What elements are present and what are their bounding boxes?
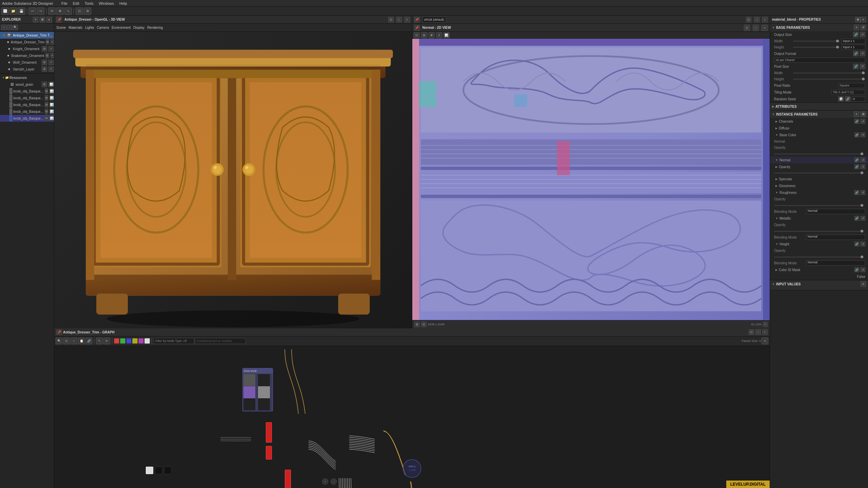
- new-button[interactable]: ⬜: [1, 7, 9, 15]
- view-2d-canvas[interactable]: [412, 39, 770, 320]
- item-settings[interactable]: ⚙: [42, 60, 47, 65]
- zoom-fit-button[interactable]: ⊡: [76, 7, 83, 15]
- view2d-picker[interactable]: ✥: [429, 32, 435, 38]
- view2d-chart[interactable]: 📊: [443, 32, 450, 38]
- instance-params-header[interactable]: ▼ INSTANCE PARAMETERS + ⚙: [770, 110, 868, 118]
- roughness-row[interactable]: ▼ Roughness 🔗 ↺: [770, 189, 868, 196]
- graph-float[interactable]: ⊡: [749, 329, 754, 335]
- roughness-blending-dropdown[interactable]: Normal: [806, 209, 865, 214]
- base-color-link[interactable]: 🔗: [854, 133, 859, 137]
- zoom-in[interactable]: ⊞: [414, 322, 420, 327]
- item-chart[interactable]: 📊: [50, 102, 54, 107]
- base-params-add[interactable]: +: [854, 25, 859, 30]
- tiling-val[interactable]: Tile X and Y (1): [831, 90, 865, 95]
- opacity-track[interactable]: [774, 172, 864, 174]
- roughness-link[interactable]: 🔗: [854, 190, 859, 195]
- node-door-knob[interactable]: Door knob: [242, 368, 273, 411]
- color-filter-green[interactable]: [120, 338, 125, 344]
- explorer-close-btn[interactable]: ×: [46, 17, 52, 22]
- item-add[interactable]: +: [48, 60, 54, 65]
- output-size-reset[interactable]: ↺: [860, 32, 865, 37]
- red-node-1[interactable]: [266, 422, 272, 443]
- menu-file[interactable]: File: [61, 1, 67, 5]
- color-filter-blue[interactable]: [126, 338, 132, 344]
- height-link[interactable]: 🔗: [854, 242, 859, 246]
- inst-settings[interactable]: ⚙: [861, 111, 866, 117]
- graph-tb1[interactable]: 🔍: [56, 338, 62, 344]
- format-val[interactable]: 16 per Chanel: [774, 58, 865, 63]
- input-vals-expand[interactable]: ⤢: [861, 281, 866, 287]
- tree-item-knob3[interactable]: knob_obj_Basque... ⚙ 📊: [0, 101, 54, 108]
- graph-canvas[interactable]: Door knob: [54, 346, 770, 488]
- opacity-slider[interactable]: [774, 154, 864, 155]
- pixel-width-slider[interactable]: [793, 73, 865, 74]
- roughness-reset[interactable]: ↺: [861, 190, 865, 195]
- graph-zoom-in[interactable]: +: [322, 479, 328, 485]
- specular-row[interactable]: ▶ Specular: [770, 176, 868, 182]
- base-params-reset[interactable]: ↺: [861, 25, 866, 30]
- undo-button[interactable]: ↩: [29, 7, 36, 15]
- item-chart[interactable]: 📊: [50, 95, 54, 101]
- height-value[interactable]: Input x 1: [842, 45, 865, 50]
- base-color-row[interactable]: ▼ Base Color 🔗 ↺: [770, 131, 868, 138]
- channels-reset[interactable]: ↺: [861, 119, 865, 124]
- explorer-add-btn[interactable]: +: [33, 17, 38, 22]
- menu-tools[interactable]: Tools: [85, 1, 94, 5]
- tree-item-wood[interactable]: 🖼 wood_grain ⚙ 📊: [0, 81, 54, 88]
- opacity-row[interactable]: ▶ Opacity 🔗 ↺: [770, 163, 868, 170]
- random-seed-val[interactable]: 0: [852, 97, 865, 102]
- normal-row[interactable]: ▼ Normal 🔗 ↺: [770, 157, 868, 163]
- item-settings[interactable]: ⚙: [45, 95, 48, 101]
- view3d-float[interactable]: ⊡: [388, 17, 394, 22]
- tree-item-varnish[interactable]: ■ Varnish_Layer ⚙ +: [0, 66, 54, 73]
- metallic-row[interactable]: ▼ Metallic 🔗 ↺: [770, 215, 868, 222]
- view2d-float[interactable]: ⊡: [746, 17, 751, 22]
- height-blending-dropdown[interactable]: Normal: [806, 260, 865, 266]
- open-button[interactable]: 📁: [9, 7, 17, 15]
- item-settings[interactable]: ⚙: [42, 82, 47, 87]
- output-size-link[interactable]: 🔗: [853, 32, 859, 37]
- zoom-out[interactable]: ⊟: [421, 322, 427, 327]
- item-settings[interactable]: ⚙: [45, 116, 48, 121]
- metallic-link[interactable]: 🔗: [854, 216, 859, 221]
- red-node-2[interactable]: [266, 446, 272, 460]
- item-chart[interactable]: 📊: [50, 109, 54, 114]
- nav-scene[interactable]: Scene: [56, 26, 66, 29]
- view3d-pin[interactable]: 📌: [56, 17, 62, 22]
- graph-max[interactable]: □: [755, 329, 761, 335]
- view-3d-canvas[interactable]: [54, 32, 412, 328]
- pixel-reset[interactable]: ↺: [860, 64, 865, 69]
- view3d-max[interactable]: □: [396, 17, 402, 22]
- color-id-reset[interactable]: ↺: [861, 267, 865, 272]
- tree-item-antique-dresser-trim[interactable]: ▼ 📦 Antique_Dresser_Trim T...: [0, 32, 54, 39]
- graph-tb2[interactable]: ⊡: [63, 338, 70, 344]
- view2d-pin[interactable]: 📌: [414, 17, 420, 22]
- roughness-slider[interactable]: [774, 205, 864, 206]
- nav-lights[interactable]: Lights: [85, 26, 94, 29]
- item-settings[interactable]: ⚙: [45, 88, 48, 94]
- input-values-header[interactable]: ▼ INPUT VALUES ⤢: [770, 280, 868, 288]
- format-link[interactable]: 🔗: [853, 51, 859, 56]
- view2d-tb2[interactable]: □: [753, 25, 759, 31]
- graph-close[interactable]: ×: [762, 329, 768, 335]
- color-id-link[interactable]: 🔗: [854, 267, 859, 272]
- item-settings[interactable]: ⚙: [45, 109, 48, 114]
- random-seed-dice[interactable]: 🎲: [838, 96, 844, 102]
- item-settings[interactable]: ⚙: [46, 39, 49, 45]
- color-filter-white[interactable]: [144, 338, 150, 344]
- tree-item-knight[interactable]: ■ Knight_Ornament ⚙ +: [0, 45, 54, 52]
- explorer-import-btn[interactable]: ↓: [7, 25, 12, 30]
- tree-item-wolf[interactable]: ■ Wolf_Ornament ⚙ +: [0, 59, 54, 66]
- view2d-grid[interactable]: ⊞: [421, 32, 427, 38]
- tree-item-knob1[interactable]: knob_obj_Basque... ⚙ 📊: [0, 88, 54, 95]
- item-add[interactable]: +: [51, 39, 54, 45]
- explorer-settings-btn[interactable]: ⚙: [40, 17, 45, 22]
- width-value[interactable]: Input x 1: [842, 39, 865, 44]
- explorer-new-btn[interactable]: +: [1, 25, 6, 30]
- conn-node-2[interactable]: [155, 467, 162, 474]
- rotate-button[interactable]: ⟳: [48, 7, 56, 15]
- graph-tb5[interactable]: 🔗: [85, 338, 92, 344]
- color-filter-yellow[interactable]: [132, 338, 138, 344]
- nav-display[interactable]: Display: [133, 26, 144, 29]
- view2d-max[interactable]: □: [754, 17, 760, 22]
